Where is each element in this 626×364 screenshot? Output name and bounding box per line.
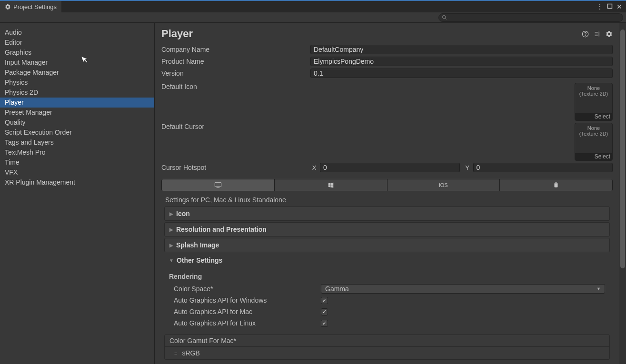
version-input[interactable] xyxy=(310,69,613,78)
settings-for-label: Settings for PC, Mac & Linux Standalone xyxy=(165,196,613,204)
auto-gfx-win-label: Auto Graphics API for Windows xyxy=(169,296,321,304)
platform-tab-android[interactable] xyxy=(500,179,612,191)
texture-type-label: (Texture 2D) xyxy=(575,91,612,97)
close-icon[interactable]: ✕ xyxy=(616,3,622,10)
sidebar-item-player[interactable]: Player xyxy=(0,98,154,108)
kebab-icon[interactable]: ⋮ xyxy=(596,3,603,10)
color-gamut-title: Color Gamut For Mac* xyxy=(165,335,609,347)
foldout-splash[interactable]: ▶ Splash Image xyxy=(164,238,610,252)
rendering-label: Rendering xyxy=(169,273,605,280)
scrollbar-thumb[interactable] xyxy=(620,30,625,268)
gear-icon xyxy=(5,4,11,10)
texture-select-button[interactable]: Select xyxy=(575,113,612,120)
preset-icon[interactable] xyxy=(594,30,601,38)
color-space-value: Gamma xyxy=(325,285,349,293)
version-label: Version xyxy=(161,69,310,77)
x-label: X xyxy=(311,164,317,171)
auto-gfx-linux-label: Auto Graphics API for Linux xyxy=(169,319,321,327)
auto-gfx-win-checkbox[interactable]: ✓ xyxy=(321,297,328,304)
auto-gfx-mac-checkbox[interactable]: ✓ xyxy=(321,308,328,315)
foldout-resolution-label: Resolution and Presentation xyxy=(176,226,267,233)
color-space-dropdown[interactable]: Gamma ▼ xyxy=(321,284,605,294)
chevron-right-icon: ▶ xyxy=(169,211,173,216)
svg-point-1 xyxy=(442,15,445,18)
default-icon-label: Default Icon xyxy=(161,83,310,90)
auto-gfx-mac-label: Auto Graphics API for Mac xyxy=(169,308,321,315)
search-icon xyxy=(442,15,447,20)
sidebar-item-package-manager[interactable]: Package Manager xyxy=(0,68,154,78)
foldout-icon[interactable]: ▶ Icon xyxy=(164,207,610,221)
color-gamut-item[interactable]: sRGB xyxy=(165,347,609,359)
svg-point-11 xyxy=(555,183,556,184)
default-icon-slot[interactable]: None (Texture 2D) Select xyxy=(575,83,613,121)
sidebar-item-xr-plugin-management[interactable]: XR Plugin Management xyxy=(0,177,154,187)
sidebar-item-script-execution-order[interactable]: Script Execution Order xyxy=(0,128,154,138)
cursor-hotspot-label: Cursor Hotspot xyxy=(161,164,310,171)
titlebar: Project Settings ⋮ ✕ xyxy=(0,0,626,12)
default-cursor-label: Default Cursor xyxy=(161,123,310,130)
platform-tab-windows[interactable] xyxy=(275,179,388,191)
default-cursor-slot[interactable]: None (Texture 2D) Select xyxy=(575,123,613,161)
chevron-right-icon: ▶ xyxy=(169,227,173,232)
sidebar-item-time[interactable]: Time xyxy=(0,157,154,167)
cursor-y-input[interactable] xyxy=(473,163,613,172)
sidebar-item-editor[interactable]: Editor xyxy=(0,38,154,48)
svg-point-12 xyxy=(556,183,557,184)
sidebar-item-audio[interactable]: Audio xyxy=(0,28,154,38)
foldout-other[interactable]: ▼ Other Settings xyxy=(164,254,610,267)
company-name-label: Company Name xyxy=(161,46,310,53)
color-space-label: Color Space* xyxy=(169,285,321,293)
sidebar-item-quality[interactable]: Quality xyxy=(0,118,154,128)
platform-tabs: iOS xyxy=(161,179,613,191)
content: Player Company Name xyxy=(155,23,619,364)
foldout-resolution[interactable]: ▶ Resolution and Presentation xyxy=(164,222,610,236)
ios-label: iOS xyxy=(439,182,447,188)
product-name-label: Product Name xyxy=(161,58,310,65)
chevron-down-icon: ▼ xyxy=(169,258,174,263)
company-name-input[interactable] xyxy=(310,45,613,54)
svg-rect-9 xyxy=(215,183,221,187)
page-title: Player xyxy=(161,28,193,40)
platform-tab-ios[interactable]: iOS xyxy=(388,179,500,191)
window-tab[interactable]: Project Settings xyxy=(0,1,61,12)
color-gamut-box: Color Gamut For Mac* sRGB xyxy=(164,334,610,360)
svg-line-2 xyxy=(445,18,447,20)
foldout-other-label: Other Settings xyxy=(177,256,222,264)
sidebar-item-input-manager[interactable]: Input Manager xyxy=(0,58,154,68)
sidebar: AudioEditorGraphicsInput ManagerPackage … xyxy=(0,23,155,364)
product-name-input[interactable] xyxy=(310,57,613,66)
search-row xyxy=(0,12,626,23)
sidebar-item-physics[interactable]: Physics xyxy=(0,78,154,88)
sidebar-item-physics-2d[interactable]: Physics 2D xyxy=(0,88,154,98)
sidebar-item-preset-manager[interactable]: Preset Manager xyxy=(0,108,154,118)
foldout-splash-label: Splash Image xyxy=(176,241,219,249)
maximize-icon[interactable] xyxy=(607,3,613,10)
platform-tab-standalone[interactable] xyxy=(162,179,275,191)
svg-rect-0 xyxy=(608,4,612,9)
texture-none-label: None xyxy=(575,123,612,131)
y-label: Y xyxy=(465,164,470,171)
settings-icon[interactable] xyxy=(606,30,613,38)
window-title: Project Settings xyxy=(13,3,57,10)
search-box[interactable] xyxy=(438,13,623,22)
search-input[interactable] xyxy=(449,14,620,21)
texture-type-label: (Texture 2D) xyxy=(575,131,612,137)
svg-point-4 xyxy=(585,35,586,36)
chevron-right-icon: ▶ xyxy=(169,243,173,248)
sidebar-item-graphics[interactable]: Graphics xyxy=(0,48,154,58)
sidebar-item-textmesh-pro[interactable]: TextMesh Pro xyxy=(0,148,154,157)
sidebar-item-tags-and-layers[interactable]: Tags and Layers xyxy=(0,138,154,148)
foldout-icon-label: Icon xyxy=(176,210,190,217)
texture-select-button[interactable]: Select xyxy=(575,153,612,160)
vertical-scrollbar[interactable] xyxy=(619,23,626,364)
chevron-down-icon: ▼ xyxy=(596,286,601,291)
auto-gfx-linux-checkbox[interactable]: ✓ xyxy=(321,320,328,327)
help-icon[interactable] xyxy=(582,30,589,38)
sidebar-item-vfx[interactable]: VFX xyxy=(0,167,154,177)
cursor-x-input[interactable] xyxy=(320,163,460,172)
texture-none-label: None xyxy=(575,83,612,91)
